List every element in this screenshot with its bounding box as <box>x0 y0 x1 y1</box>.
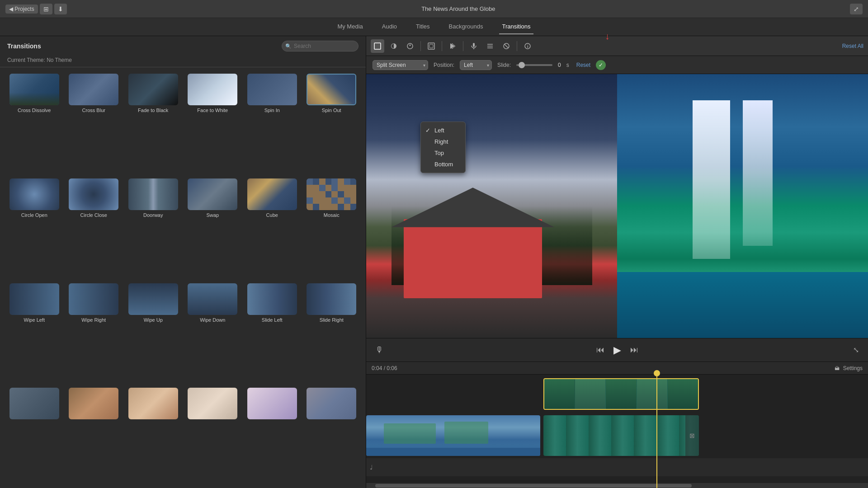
slide-track[interactable] <box>516 64 552 66</box>
projects-button[interactable]: ◀ Projects <box>5 5 38 14</box>
audio-button[interactable] <box>467 39 481 53</box>
audio-icon: ♩ <box>370 464 373 471</box>
crop-tool-button[interactable] <box>371 39 384 53</box>
transition-thumb-swap <box>188 178 237 210</box>
info-button[interactable]: i <box>521 39 534 53</box>
transition-thumb-face-to-white <box>188 74 237 105</box>
transition-thumb-cube <box>247 178 297 210</box>
time-display: 0:04 / 0:06 <box>372 365 397 371</box>
position-option-left[interactable]: Left <box>421 125 465 136</box>
transition-extra-1[interactable] <box>5 386 63 483</box>
transition-spin-in[interactable]: Spin In <box>243 72 301 175</box>
equalizer-button[interactable] <box>483 39 497 53</box>
download-button[interactable]: ⬇ <box>54 4 67 14</box>
transition-extra-3[interactable] <box>124 386 182 483</box>
play-button[interactable]: ▶ <box>613 344 621 356</box>
tab-titles[interactable]: Titles <box>413 19 433 34</box>
reset-all-button[interactable]: Reset All <box>842 43 863 49</box>
position-option-top[interactable]: Top <box>421 147 465 159</box>
preview-left-scene <box>366 74 617 338</box>
position-option-right[interactable]: Right <box>421 136 465 147</box>
color-tool-button[interactable] <box>387 39 401 53</box>
media-import-button[interactable]: ⊞ <box>40 4 52 14</box>
zoom-out-button[interactable]: 🏔 <box>835 366 840 371</box>
transition-cross-blur[interactable]: Cross Blur <box>65 72 123 175</box>
label-circle-close: Circle Close <box>80 212 107 218</box>
expand-button[interactable]: ⤡ <box>853 346 859 354</box>
transition-slide-left[interactable]: Slide Left <box>243 282 301 385</box>
split-mode-dropdown-wrapper: Split Screen Side by Side Picture in Pic… <box>373 60 428 70</box>
toolbar-separator-2 <box>442 41 442 51</box>
transition-extra-5[interactable] <box>243 386 301 483</box>
color-correction-button[interactable] <box>403 39 417 53</box>
waterfall-clip: ⊠ <box>543 415 699 456</box>
slide-thumb[interactable] <box>519 62 525 68</box>
map-clip <box>366 415 540 456</box>
position-option-bottom[interactable]: Bottom <box>421 159 465 170</box>
search-input[interactable] <box>282 41 359 52</box>
audio-track: ♩ <box>366 458 868 476</box>
transition-circle-open[interactable]: Circle Open <box>5 177 63 280</box>
tab-audio[interactable]: Audio <box>379 19 400 34</box>
tab-my-media[interactable]: My Media <box>335 19 365 34</box>
upper-video-track <box>543 378 699 410</box>
transition-wipe-left[interactable]: Wipe Left <box>5 282 63 385</box>
top-bar-right: ⤢ <box>850 4 863 14</box>
timeline-scrollbar-thumb[interactable] <box>375 484 692 488</box>
fullscreen-button[interactable]: ⤢ <box>850 4 863 14</box>
crop-kenburns-button[interactable] <box>425 39 438 53</box>
transition-thumb-cross-blur <box>69 74 118 105</box>
label-doorway: Doorway <box>143 212 163 218</box>
speed-button[interactable] <box>446 39 459 53</box>
transition-wipe-up[interactable]: Wipe Up <box>124 282 182 385</box>
transition-thumb-doorway <box>128 178 178 210</box>
skip-back-button[interactable]: ⏮ <box>596 345 604 355</box>
transition-spin-out[interactable]: Spin Out <box>303 72 361 175</box>
timeline-scrollbar[interactable] <box>366 483 868 488</box>
transition-doorway[interactable]: Doorway <box>124 177 182 280</box>
transition-face-to-white[interactable]: Face to White <box>184 72 242 175</box>
position-dropdown-wrapper: Left Right Top Bottom <box>460 60 492 70</box>
transition-extra-6[interactable] <box>303 386 361 483</box>
noise-reduction-button[interactable] <box>500 39 513 53</box>
transition-extra-2[interactable] <box>65 386 123 483</box>
split-controls: Split Screen Side by Side Picture in Pic… <box>366 56 868 74</box>
transition-thumb-wipe-left <box>9 283 59 315</box>
settings-button[interactable]: Settings <box>843 365 863 371</box>
label-cross-blur: Cross Blur <box>82 108 105 113</box>
transition-thumb-fade-to-black <box>128 74 178 105</box>
transition-wipe-right[interactable]: Wipe Right <box>65 282 123 385</box>
transition-extra-4[interactable] <box>184 386 242 483</box>
split-mode-dropdown[interactable]: Split Screen Side by Side Picture in Pic… <box>373 60 428 70</box>
main-area: Transitions Current Theme: No Theme Cros… <box>0 36 868 488</box>
transition-cross-dissolve[interactable]: Cross Dissolve <box>5 72 63 175</box>
timeline-area: 0:04 / 0:06 🏔 Settings <box>366 361 868 488</box>
tab-backgrounds[interactable]: Backgrounds <box>446 19 486 34</box>
transition-mosaic[interactable]: Mosaic <box>303 177 361 280</box>
microphone-button[interactable]: 🎙 <box>375 345 383 355</box>
label-fade-to-black: Fade to Black <box>138 108 168 113</box>
transition-thumb-slide-left <box>247 283 297 315</box>
arrow-indicator: ↓ <box>605 31 609 42</box>
transition-thumb-spin-out <box>307 74 356 105</box>
transition-thumb-extra-2 <box>69 388 118 419</box>
reset-button[interactable]: Reset <box>576 62 590 68</box>
transition-thumb-extra-6 <box>307 388 356 419</box>
transition-circle-close[interactable]: Circle Close <box>65 177 123 280</box>
transition-swap[interactable]: Swap <box>184 177 242 280</box>
transition-fade-to-black[interactable]: Fade to Black <box>124 72 182 175</box>
label-slide-left: Slide Left <box>262 317 283 323</box>
transition-wipe-down[interactable]: Wipe Down <box>184 282 242 385</box>
skip-forward-button[interactable]: ⏭ <box>630 345 638 355</box>
transition-cube[interactable]: Cube <box>243 177 301 280</box>
transition-thumb-mosaic <box>307 178 356 210</box>
tab-transitions[interactable]: Transitions <box>499 19 533 34</box>
label-wipe-right: Wipe Right <box>81 317 106 323</box>
position-dropdown-menu: Left Right Top Bottom <box>420 122 466 173</box>
transition-slide-right[interactable]: Slide Right <box>303 282 361 385</box>
playhead[interactable] <box>656 375 657 488</box>
svg-marker-4 <box>450 43 455 49</box>
position-dropdown[interactable]: Left Right Top Bottom <box>460 60 492 70</box>
confirm-button[interactable]: ✓ <box>596 60 606 70</box>
transition-thumb-wipe-right <box>69 283 118 315</box>
